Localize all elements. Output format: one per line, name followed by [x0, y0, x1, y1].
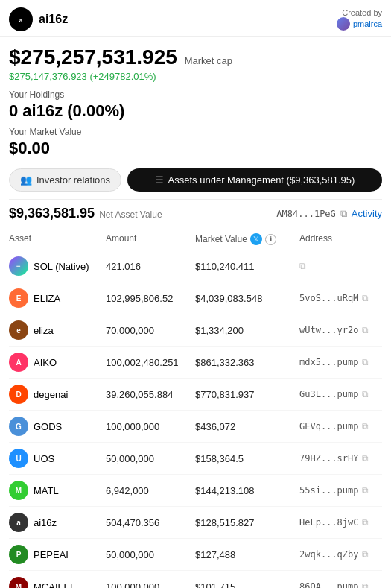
asset-name: degenai	[34, 389, 68, 400]
address-cell: ⧉	[299, 261, 382, 271]
amount-cell: 100,002,480.251	[106, 357, 195, 368]
asset-icon: M	[9, 577, 28, 588]
creator-link[interactable]: pmairca	[337, 17, 382, 31]
amount-cell: 70,000,000	[106, 325, 195, 336]
header-title: ai16z	[39, 13, 68, 26]
market-value-cell: $861,332.363	[195, 357, 299, 368]
asset-cell: M MATL	[9, 481, 106, 500]
asset-cell: P PEPEAI	[9, 545, 106, 564]
amount-cell: 50,000,000	[106, 549, 195, 560]
address-text: wUtw...yr2o	[299, 325, 358, 335]
market-value-cell: $436,072	[195, 421, 299, 432]
nav-value: $9,363,581.95	[9, 206, 95, 221]
address-text: 86QA...pump	[299, 581, 358, 588]
main-content: $275,257,531.925 Market cap $275,147,376…	[0, 37, 391, 588]
asset-name: eliza	[34, 325, 54, 336]
table-row: a ai16z 504,470.356 $128,515.827 HeLp...…	[9, 507, 382, 539]
market-cap-section: $275,257,531.925 Market cap $275,147,376…	[9, 45, 382, 82]
amount-cell: 39,260,055.884	[106, 389, 195, 400]
copy-icon[interactable]: ⧉	[299, 261, 306, 271]
aum-tab[interactable]: ☰ Assets under Management ($9,363,581.95…	[127, 168, 382, 192]
table-row: M MATL 6,942,000 $144,213.108 55si...pum…	[9, 475, 382, 507]
market-cap-change: $275,147,376.923 (+249782.01%)	[9, 71, 382, 82]
logo-icon: a	[9, 7, 33, 31]
amount-cell: 50,000,000	[106, 453, 195, 464]
copy-icon[interactable]: ⧉	[362, 581, 369, 588]
market-value-cell: $158,364.5	[195, 453, 299, 464]
amount-cell: 102,995,806.52	[106, 293, 195, 304]
mv-label: Your Market Value	[9, 127, 382, 137]
list-icon: ☰	[155, 174, 164, 186]
creator-name: pmairca	[353, 19, 382, 28]
page-header: a ai16z Created by pmairca	[0, 0, 391, 37]
asset-cell: M MCAIFEE	[9, 577, 106, 588]
asset-name: MCAIFEE	[34, 581, 77, 589]
table-row: e eliza 70,000,000 $1,334,200 wUtw...yr2…	[9, 314, 382, 347]
table-row: G GODS 100,000,000 $436,072 GEVq...pump …	[9, 411, 382, 443]
asset-cell: G GODS	[9, 417, 106, 436]
table-header: Asset Amount Market Value 𝕏 ℹ Address	[9, 227, 382, 250]
activity-link[interactable]: Activity	[352, 208, 382, 219]
asset-cell: U UOS	[9, 449, 106, 468]
asset-name: SOL (Native)	[34, 261, 89, 272]
asset-icon: G	[9, 417, 28, 436]
address-text: GEVq...pump	[299, 421, 358, 431]
asset-cell: ≡ SOL (Native)	[9, 256, 106, 276]
copy-icon[interactable]: ⧉	[362, 389, 369, 399]
asset-cell: a ai16z	[9, 513, 106, 532]
copy-icon[interactable]: ⧉	[362, 293, 369, 303]
address-cell: 55si...pump ⧉	[299, 485, 382, 496]
address-text: mdx5...pump	[299, 357, 358, 367]
copy-icon[interactable]: ⧉	[362, 549, 369, 560]
address-text: Gu3L...pump	[299, 389, 358, 399]
market-value-cell: $770,831.937	[195, 389, 299, 400]
holdings-value: 0 ai16z (0.00%)	[9, 101, 382, 121]
copy-address-icon[interactable]: ⧉	[340, 208, 347, 220]
address-cell: 2wqk...qZby ⧉	[299, 549, 382, 560]
asset-name: AIKO	[34, 357, 57, 368]
mv-value: $0.00	[9, 139, 382, 158]
copy-icon[interactable]: ⧉	[362, 517, 369, 528]
investor-relations-tab[interactable]: 👥 Investor relations	[9, 168, 121, 192]
nav-section: $9,363,581.95 Net Asset Value AM84...1Pe…	[9, 199, 382, 227]
market-cap-value: $275,257,531.925	[9, 45, 177, 69]
col-amount: Amount	[106, 233, 195, 245]
copy-icon[interactable]: ⧉	[362, 453, 369, 464]
copy-icon[interactable]: ⧉	[362, 421, 369, 431]
address-cell: 5voS...uRqM ⧉	[299, 293, 382, 303]
market-cap-label: Market cap	[185, 55, 232, 66]
nav-left: $9,363,581.95 Net Asset Value	[9, 206, 162, 221]
asset-icon: a	[9, 513, 28, 532]
copy-icon[interactable]: ⧉	[362, 325, 369, 335]
asset-icon: e	[9, 320, 28, 340]
market-value-cell: $127,488	[195, 549, 299, 560]
investor-icon: 👥	[20, 174, 32, 186]
amount-cell: 6,942,000	[106, 485, 195, 496]
asset-icon: E	[9, 288, 28, 308]
amount-cell: 504,470.356	[106, 517, 195, 528]
market-value-cell: $101,715	[195, 581, 299, 589]
assets-table: Asset Amount Market Value 𝕏 ℹ Address ≡ …	[9, 227, 382, 588]
market-value-section: Your Market Value $0.00	[9, 127, 382, 158]
table-row: ≡ SOL (Native) 421.016 $110,240.411 ⧉	[9, 250, 382, 282]
asset-name: UOS	[34, 453, 54, 464]
asset-cell: A AIKO	[9, 353, 106, 372]
table-row: P PEPEAI 50,000,000 $127,488 2wqk...qZby…	[9, 539, 382, 571]
market-value-cell: $1,334,200	[195, 325, 299, 336]
address-text: 55si...pump	[299, 485, 358, 496]
header-left: a ai16z	[9, 7, 68, 31]
copy-icon[interactable]: ⧉	[362, 357, 369, 367]
market-value-cell: $110,240.411	[195, 261, 299, 272]
asset-name: ELIZA	[34, 293, 60, 304]
address-cell: GEVq...pump ⧉	[299, 421, 382, 431]
nav-label: Net Asset Value	[99, 209, 162, 220]
asset-cell: D degenai	[9, 385, 106, 404]
table-row: E ELIZA 102,995,806.52 $4,039,083.548 5v…	[9, 282, 382, 314]
asset-icon: D	[9, 385, 28, 404]
copy-icon[interactable]: ⧉	[362, 485, 369, 496]
address-cell: Gu3L...pump ⧉	[299, 389, 382, 399]
asset-icon: A	[9, 353, 28, 372]
nav-right: AM84...1PeG ⧉ Activity	[276, 208, 382, 220]
table-row: D degenai 39,260,055.884 $770,831.937 Gu…	[9, 379, 382, 411]
info-icon: ℹ	[265, 234, 276, 245]
